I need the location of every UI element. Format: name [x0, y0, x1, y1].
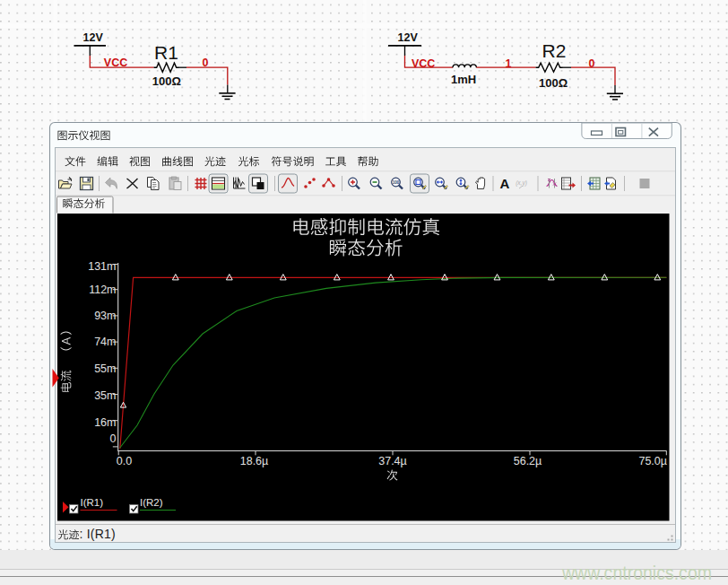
svg-text:100Ω: 100Ω	[152, 74, 181, 88]
svg-text:131m: 131m	[88, 260, 116, 273]
svg-text:1mH: 1mH	[451, 73, 476, 86]
svg-text:R2: R2	[542, 40, 567, 61]
svg-text:12V: 12V	[83, 31, 104, 44]
svg-text:112m: 112m	[89, 284, 116, 296]
svg-text:75.0µ: 75.0µ	[638, 455, 667, 467]
svg-text:www.cntronics.com: www.cntronics.com	[561, 562, 712, 584]
svg-text:18.6µ: 18.6µ	[240, 455, 269, 467]
svg-text:(x,y): (x,y)	[516, 179, 527, 187]
svg-text:37.4µ: 37.4µ	[378, 455, 407, 467]
svg-text:0: 0	[110, 432, 117, 445]
svg-text:A: A	[500, 176, 510, 191]
svg-text:93m: 93m	[94, 310, 116, 322]
svg-text:100Ω: 100Ω	[539, 76, 568, 90]
svg-text:I(R2): I(R2)	[140, 497, 163, 508]
svg-text:55m: 55m	[94, 362, 116, 375]
svg-text:0: 0	[203, 57, 209, 69]
svg-text:16m: 16m	[94, 416, 116, 429]
svg-text:0: 0	[589, 57, 595, 70]
svg-text:1: 1	[506, 57, 512, 70]
svg-text:56.2µ: 56.2µ	[514, 455, 542, 467]
svg-text:0.0: 0.0	[117, 455, 132, 467]
svg-text:74m: 74m	[94, 336, 116, 348]
svg-text:12V: 12V	[398, 31, 419, 44]
svg-text:VCC: VCC	[412, 57, 435, 70]
svg-text:VCC: VCC	[104, 57, 127, 69]
svg-text:: I(R1): : I(R1)	[80, 527, 116, 541]
svg-text:R1: R1	[154, 42, 178, 63]
svg-text:100: 100	[393, 180, 400, 185]
svg-text:I(R1): I(R1)	[81, 497, 104, 508]
svg-text:35m: 35m	[94, 389, 116, 402]
